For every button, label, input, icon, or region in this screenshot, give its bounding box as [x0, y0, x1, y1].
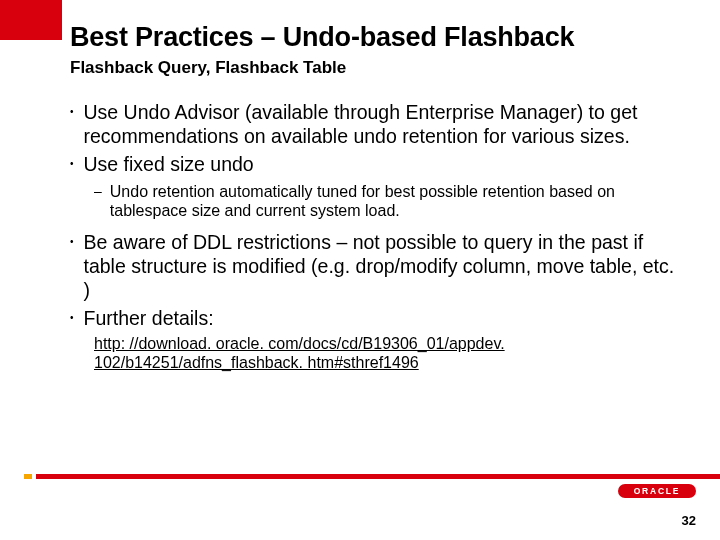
dash-icon: – — [94, 182, 102, 201]
slide-title: Best Practices – Undo-based Flashback — [70, 22, 574, 53]
link-line: http: //download. oracle. com/docs/cd/B1… — [94, 334, 680, 372]
bullet-item: • Further details: — [70, 306, 680, 330]
bullet-text: Be aware of DDL restrictions – not possi… — [84, 230, 680, 302]
footer-bar — [24, 474, 720, 479]
content-area: • Use Undo Advisor (available through En… — [70, 100, 680, 372]
slide-subtitle: Flashback Query, Flashback Table — [70, 58, 346, 78]
bullet-dot-icon: • — [70, 152, 74, 176]
bullet-text: Use Undo Advisor (available through Ente… — [84, 100, 680, 148]
footer: ORACLE — [0, 474, 720, 502]
bullet-text: Further details: — [84, 306, 214, 330]
sub-bullet-item: – Undo retention automatically tuned for… — [94, 182, 680, 220]
page-number: 32 — [682, 513, 696, 528]
bullet-item: • Use Undo Advisor (available through En… — [70, 100, 680, 148]
header-red-block — [0, 0, 62, 40]
bullet-dot-icon: • — [70, 100, 74, 124]
sub-bullet-text: Undo retention automatically tuned for b… — [110, 182, 680, 220]
bullet-item: • Use fixed size undo — [70, 152, 680, 176]
oracle-logo-text: ORACLE — [634, 486, 681, 496]
bullet-item: • Be aware of DDL restrictions – not pos… — [70, 230, 680, 302]
bullet-dot-icon: • — [70, 306, 74, 330]
details-link[interactable]: http: //download. oracle. com/docs/cd/B1… — [94, 335, 505, 371]
oracle-logo: ORACLE — [618, 484, 696, 498]
bullet-dot-icon: • — [70, 230, 74, 254]
bullet-text: Use fixed size undo — [84, 152, 254, 176]
